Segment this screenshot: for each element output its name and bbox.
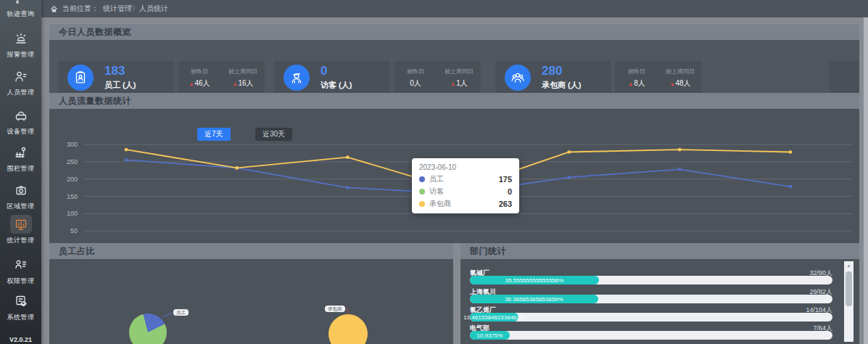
- stat-icon-circle: [67, 65, 94, 91]
- dept-percent-label: 13.461538461538462%: [463, 314, 525, 321]
- svg-text:50: 50: [70, 227, 78, 234]
- sidebar-item-8[interactable]: 权限管理: [0, 255, 41, 286]
- compare-value: ▲8人: [628, 78, 645, 89]
- stats-icon: [14, 217, 28, 232]
- up-arrow-icon: ▲: [669, 81, 674, 86]
- breadcrumb: 当前位置： 统计管理〉人员统计: [41, 0, 868, 17]
- stat-value: 0: [321, 64, 327, 78]
- up-arrow-icon: ▲: [628, 81, 633, 86]
- device-icon: [14, 108, 28, 123]
- pie-slice-label: 承包商: [325, 306, 345, 312]
- stat-card: 0访客 (人): [274, 61, 390, 93]
- compare-value: ▲48人: [669, 78, 690, 89]
- stat-card-partial: [829, 61, 859, 93]
- tooltip-date: 2023-06-10: [419, 163, 512, 171]
- sidebar-item-label: 区域管理: [7, 202, 35, 211]
- tooltip-series-name: 访客: [429, 187, 444, 197]
- compare-col: 较昨日▲46人: [178, 61, 221, 93]
- sidebar-item-5[interactable]: 围栏管理: [0, 143, 41, 173]
- up-arrow-icon: ▲: [450, 81, 455, 86]
- up-arrow-icon: ▲: [232, 81, 237, 86]
- flow-body: 近7天 近30天 0501001502002503002023-06-08202…: [49, 109, 859, 243]
- stat-card: 280承包商 (人): [495, 61, 611, 93]
- scroll-up-icon[interactable]: ▲: [844, 261, 853, 270]
- dept-panel: 部门统计 ▲ 氯碱厂32/90人35.55555555555556%上海氯川29…: [460, 243, 859, 344]
- svg-text:150: 150: [67, 193, 78, 200]
- tooltip-row: 员工175: [419, 174, 512, 184]
- sidebar-item-label: 设备管理: [7, 127, 35, 136]
- tooltip-row: 承包商263: [419, 199, 512, 209]
- route-icon: [14, 0, 28, 5]
- overview-body: 183员工 (人)较昨日▲46人较上周同日▲16人0访客 (人)较昨日0人较上周…: [49, 40, 859, 93]
- overview-panel-header: 今日人员数据概览: [49, 24, 859, 40]
- stat-compare-card: 较昨日▲46人较上周同日▲16人: [178, 61, 265, 93]
- tooltip-series-value: 263: [499, 200, 512, 208]
- stat-group: 280承包商 (人)较昨日▲8人较上周同日▲48人: [495, 61, 702, 93]
- sidebar-item-2[interactable]: 报警管理: [0, 29, 41, 60]
- compare-col: 较昨日0人: [394, 61, 437, 93]
- pie-panel: 员工占比 员工 承包商: [49, 243, 453, 344]
- pie-slice-label: 员工: [173, 309, 189, 316]
- dept-progress-fill: 35.55555555555556%: [470, 276, 599, 284]
- sidebar-item-label: 系统管理: [7, 313, 35, 322]
- stat-icon-circle: [284, 65, 310, 91]
- scrollbar-thumb[interactable]: [846, 271, 852, 306]
- stat-group: 183员工 (人)较昨日▲46人较上周同日▲16人: [58, 61, 265, 93]
- stat-icon-circle: [505, 65, 531, 91]
- dept-scrollbar[interactable]: ▲: [844, 261, 853, 342]
- sidebar-item-7[interactable]: 统计管理: [0, 215, 41, 245]
- badge-icon: [73, 70, 88, 86]
- dept-percent-label: 35.36585365853659%: [505, 296, 563, 303]
- compare-value: ▲1人: [450, 78, 468, 89]
- pie-title: 员工占比: [59, 245, 95, 258]
- sidebar-item-3[interactable]: 人员管理: [0, 67, 41, 97]
- stat-group: 0访客 (人)较昨日0人较上周同日▲1人: [274, 61, 481, 93]
- stat-value: 183: [104, 64, 125, 78]
- pie-panel-header: 员工占比: [49, 243, 453, 259]
- dept-progress-track: 13.461538461538462%: [470, 313, 832, 322]
- stat-label: 承包商 (人): [542, 80, 581, 91]
- compare-label: 较上周同日: [666, 67, 695, 75]
- compare-col: 较上周同日▲48人: [658, 61, 702, 93]
- overview-title: 今日人员数据概览: [59, 26, 131, 38]
- compare-value: ▲46人: [189, 78, 210, 89]
- home-icon[interactable]: [50, 5, 58, 13]
- sidebar-item-1[interactable]: 轨迹查询: [0, 0, 41, 19]
- sidebar-item-label: 围栏管理: [7, 164, 35, 173]
- flow-title: 人员流量数据统计: [59, 95, 131, 107]
- chart-tooltip: 2023-06-10 员工175访客0承包商263: [412, 158, 519, 213]
- dept-progress-fill: 13.461538461538462%: [470, 313, 518, 322]
- window-scrollbar[interactable]: [864, 17, 868, 344]
- compare-col: 较上周同日▲16人: [221, 61, 265, 93]
- compare-value: 0人: [410, 78, 421, 89]
- tooltip-row: 访客0: [419, 187, 512, 197]
- overview-panel: 今日人员数据概览 183员工 (人)较昨日▲46人较上周同日▲16人0访客 (人…: [49, 24, 859, 93]
- series-dot-icon: [419, 201, 425, 207]
- flow-panel-header: 人员流量数据统计: [49, 93, 859, 109]
- sidebar-item-9[interactable]: 系统管理: [0, 292, 41, 322]
- pie-body: [49, 259, 453, 344]
- dept-progress-track: 35.55555555555556%: [470, 276, 832, 284]
- sidebar-item-label: 权限管理: [7, 277, 35, 286]
- dept-progress-fill: 35.36585365853659%: [470, 295, 598, 303]
- tooltip-series-name: 员工: [429, 174, 444, 184]
- svg-text:250: 250: [67, 158, 78, 165]
- system-icon: [14, 294, 28, 308]
- visitor-icon: [289, 70, 305, 86]
- dept-percent-label: 10.9375%: [476, 332, 503, 339]
- dept-progress-fill: 10.9375%: [470, 331, 510, 340]
- person-icon: [14, 69, 28, 83]
- sidebar-item-4[interactable]: 设备管理: [0, 106, 41, 136]
- stat-compare-card: 较昨日▲8人较上周同日▲48人: [615, 61, 702, 93]
- dept-percent-label: 35.55555555555556%: [505, 277, 564, 284]
- group-icon: [510, 70, 526, 86]
- sidebar: V2.0.21 轨迹查询报警管理人员管理设备管理围栏管理区域管理统计管理权限管理…: [0, 0, 41, 344]
- pie-label-connector: [162, 312, 173, 317]
- region-icon: [14, 183, 28, 197]
- dept-progress-track: 35.36585365853659%: [470, 295, 832, 303]
- sidebar-item-label: 人员管理: [7, 88, 35, 97]
- fence-icon: [14, 145, 28, 160]
- compare-label: 较昨日: [628, 67, 645, 75]
- sidebar-item-6[interactable]: 区域管理: [0, 181, 41, 211]
- stat-value: 280: [542, 64, 562, 78]
